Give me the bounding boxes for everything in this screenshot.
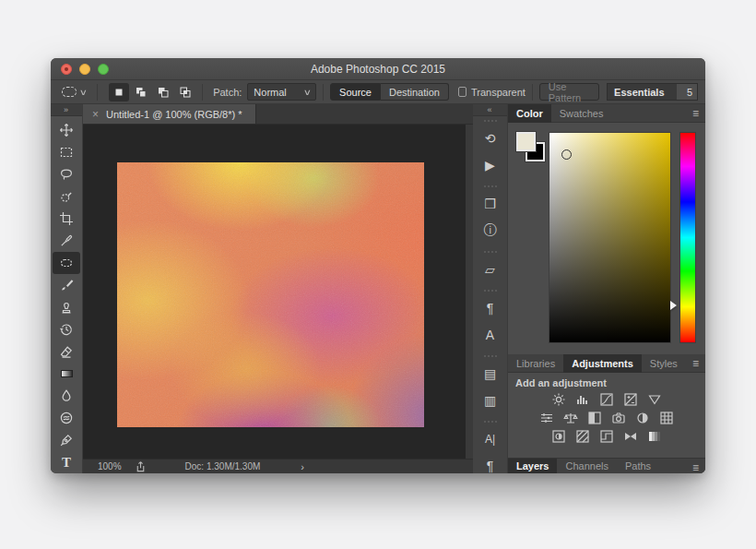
crop-tool[interactable]	[51, 208, 82, 230]
invert-icon	[551, 429, 566, 444]
minimize-window-button[interactable]	[79, 64, 90, 75]
saturation-brightness-field[interactable]	[549, 132, 671, 343]
subtract-from-selection-button[interactable]	[153, 83, 173, 101]
quick-selection-tool[interactable]	[51, 185, 82, 208]
patch-mode-dropdown[interactable]: Normal ∨	[247, 83, 316, 101]
history-brush-tool[interactable]	[51, 318, 82, 340]
notes-icon[interactable]: ▥	[473, 387, 507, 413]
dock-expand-button[interactable]: «	[473, 104, 507, 116]
tab-styles[interactable]: Styles	[642, 354, 686, 373]
panel-menu-icon[interactable]: ≡	[692, 461, 699, 473]
tab-channels[interactable]: Channels	[557, 459, 616, 474]
panel-menu-icon[interactable]: ≡	[692, 357, 699, 370]
lasso-tool[interactable]	[51, 163, 82, 185]
invert-button[interactable]	[551, 429, 567, 443]
vibrance-button[interactable]	[647, 392, 663, 406]
transparent-label: Transparent	[471, 87, 526, 98]
divider	[323, 84, 324, 101]
dodge-tool[interactable]	[51, 407, 82, 429]
tab-color[interactable]: Color	[508, 104, 551, 123]
share-icon[interactable]	[135, 460, 147, 472]
info-icon[interactable]: ⓘ	[473, 217, 507, 244]
add-to-selection-button[interactable]	[131, 83, 151, 101]
workspace-name: Essentials	[608, 87, 677, 98]
clone-stamp-tool[interactable]	[51, 296, 82, 318]
color-lookup-icon	[659, 411, 674, 425]
current-tool-preset[interactable]: ∨	[58, 87, 90, 97]
paragraph-styles-icon[interactable]: ¶	[473, 294, 507, 321]
brush-tool[interactable]	[51, 274, 82, 296]
photo-filter-button[interactable]	[611, 411, 627, 424]
use-pattern-button: Use Pattern	[539, 83, 599, 101]
intersect-selection-button[interactable]	[175, 83, 195, 101]
patch-tool[interactable]	[53, 252, 80, 274]
foreground-color-swatch[interactable]	[516, 132, 536, 151]
document-tab[interactable]: × Untitled-1 @ 100% (RGB/8*) *	[83, 104, 256, 124]
gradient-tool[interactable]	[51, 363, 82, 385]
levels-button[interactable]	[575, 392, 591, 406]
black-and-white-button[interactable]	[587, 411, 603, 424]
tab-adjustments[interactable]: Adjustments	[563, 354, 642, 373]
canvas-area[interactable]	[83, 125, 473, 459]
posterize-button[interactable]	[575, 429, 591, 443]
adjustments-panel-tabs: Libraries Adjustments Styles ≡	[508, 354, 705, 373]
threshold-button[interactable]	[599, 429, 615, 443]
move-tool[interactable]	[51, 119, 82, 141]
workspace-switcher[interactable]: Essentials 5	[607, 83, 698, 101]
patch-label: Patch:	[213, 87, 242, 98]
rectangular-marquee-tool[interactable]	[51, 141, 82, 163]
hue-saturation-button[interactable]	[539, 411, 555, 424]
patch-tool-icon	[59, 256, 74, 270]
eyedropper-icon	[59, 233, 74, 248]
color-lookup-button[interactable]	[659, 411, 675, 424]
new-selection-button[interactable]	[109, 83, 129, 101]
type-tool[interactable]: T	[51, 451, 82, 473]
layer-comps-icon[interactable]: ▤	[473, 360, 507, 387]
tab-swatches[interactable]: Swatches	[551, 104, 612, 123]
window-title: Adobe Photoshop CC 2015	[51, 58, 705, 80]
clone-source-icon[interactable]: ▱	[473, 256, 507, 282]
destination-button[interactable]: Destination	[381, 83, 449, 101]
fullscreen-window-button[interactable]	[98, 64, 109, 75]
eyedropper-tool[interactable]	[51, 230, 82, 252]
document-tab-bar: × Untitled-1 @ 100% (RGB/8*) *	[83, 104, 473, 125]
pen-tool[interactable]	[51, 429, 82, 451]
panel-menu-icon[interactable]: ≡	[692, 107, 699, 120]
tab-libraries[interactable]: Libraries	[508, 354, 563, 373]
color-balance-button[interactable]	[563, 411, 579, 424]
document-tab-title: Untitled-1 @ 100% (RGB/8*) *	[106, 109, 242, 120]
actions-icon[interactable]: ▶	[473, 151, 507, 178]
status-chevron-icon[interactable]: ›	[301, 461, 304, 472]
eraser-tool[interactable]	[51, 340, 82, 363]
close-window-button[interactable]	[61, 64, 72, 75]
toolbar-collapse-button[interactable]: »	[51, 104, 82, 116]
hue-slider[interactable]	[679, 132, 696, 343]
hue-slider-marker[interactable]	[670, 301, 677, 310]
document-size-info[interactable]: Doc: 1.30M/1.30M	[185, 461, 261, 471]
brightness-contrast-button[interactable]	[551, 392, 567, 406]
source-button[interactable]: Source	[330, 83, 381, 101]
zoom-level[interactable]: 100%	[98, 461, 122, 471]
gradient-map-button[interactable]	[623, 429, 639, 443]
titlebar: Adobe Photoshop CC 2015	[51, 58, 705, 80]
tab-paths[interactable]: Paths	[617, 459, 659, 474]
close-tab-icon[interactable]: ×	[92, 108, 99, 121]
lasso-tool-icon	[59, 167, 74, 182]
selective-color-button[interactable]	[647, 429, 663, 443]
paragraph-panel-icon[interactable]: ¶	[473, 452, 507, 473]
tab-layers[interactable]: Layers	[508, 459, 557, 474]
eraser-tool-icon	[59, 344, 74, 359]
transparent-checkbox[interactable]	[458, 87, 467, 97]
blur-tool[interactable]	[51, 385, 82, 407]
character-panel-icon[interactable]: A|	[473, 425, 507, 452]
history-icon[interactable]: ⟲	[473, 125, 507, 151]
curves-button[interactable]	[599, 392, 615, 406]
exposure-button[interactable]	[623, 392, 639, 406]
3d-icon[interactable]: ❒	[473, 190, 507, 217]
channel-mixer-button[interactable]	[635, 411, 651, 424]
color-field-marker[interactable]	[561, 149, 572, 160]
document-image[interactable]	[117, 162, 424, 427]
color-balance-icon	[563, 411, 578, 425]
character-styles-icon[interactable]: A	[473, 321, 507, 348]
threshold-icon	[599, 429, 614, 444]
